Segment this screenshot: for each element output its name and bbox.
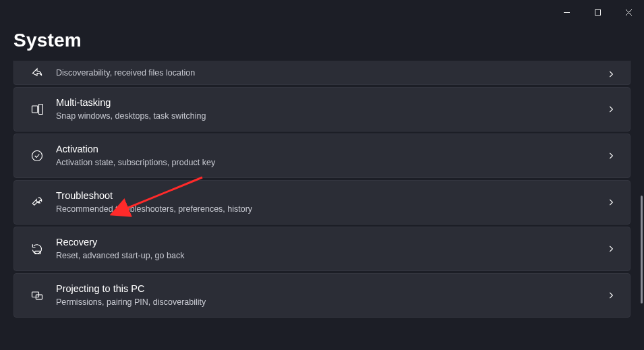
row-desc: Activation state, subscriptions, product… (56, 157, 604, 169)
projecting-row[interactable]: Projecting to this PC Permissions, pairi… (13, 273, 631, 318)
share-icon (22, 65, 52, 79)
chevron-right-icon (604, 151, 618, 161)
row-desc: Permissions, pairing PIN, discoverabilit… (56, 297, 604, 308)
page-title: System (0, 22, 644, 61)
row-desc: Reset, advanced start-up, go back (56, 250, 604, 262)
row-title: Activation (56, 143, 604, 156)
activation-row[interactable]: Activation Activation state, subscriptio… (13, 134, 631, 178)
svg-rect-4 (32, 106, 38, 113)
recovery-row[interactable]: Recovery Reset, advanced start-up, go ba… (13, 227, 631, 271)
row-desc: Recommended troubleshooters, preferences… (56, 204, 604, 215)
svg-rect-5 (39, 105, 43, 115)
row-title: Troubleshoot (56, 189, 604, 203)
chevron-right-icon (604, 291, 618, 300)
row-title: Projecting to this PC (56, 283, 604, 296)
scrollbar-thumb[interactable] (641, 196, 643, 303)
settings-list-container: Nearby Sharing Discoverability, received… (0, 61, 644, 350)
troubleshoot-row[interactable]: Troubleshoot Recommended troubleshooters… (13, 180, 631, 225)
chevron-right-icon (604, 105, 618, 114)
row-title: Recovery (56, 236, 604, 250)
row-desc: Snap windows, desktops, task switching (56, 111, 604, 122)
check-circle-icon (22, 149, 52, 163)
chevron-right-icon (604, 244, 618, 254)
svg-point-6 (32, 151, 42, 161)
nearby-sharing-row[interactable]: Nearby Sharing Discoverability, received… (13, 61, 631, 85)
row-title: Multi-tasking (56, 96, 604, 110)
row-desc: Discoverability, received files location (56, 67, 604, 79)
close-button[interactable] (613, 3, 644, 22)
multitask-icon (22, 103, 52, 116)
settings-list: Nearby Sharing Discoverability, received… (13, 61, 631, 318)
project-icon (22, 289, 52, 302)
chevron-right-icon (604, 69, 618, 79)
chevron-right-icon (604, 198, 618, 207)
recovery-icon (22, 242, 52, 256)
multi-tasking-row[interactable]: Multi-tasking Snap windows, desktops, ta… (13, 87, 631, 132)
maximize-button[interactable] (582, 3, 613, 22)
minimize-button[interactable] (551, 3, 582, 22)
window-titlebar (0, 0, 644, 22)
wrench-icon (22, 196, 52, 209)
svg-rect-1 (595, 9, 600, 15)
